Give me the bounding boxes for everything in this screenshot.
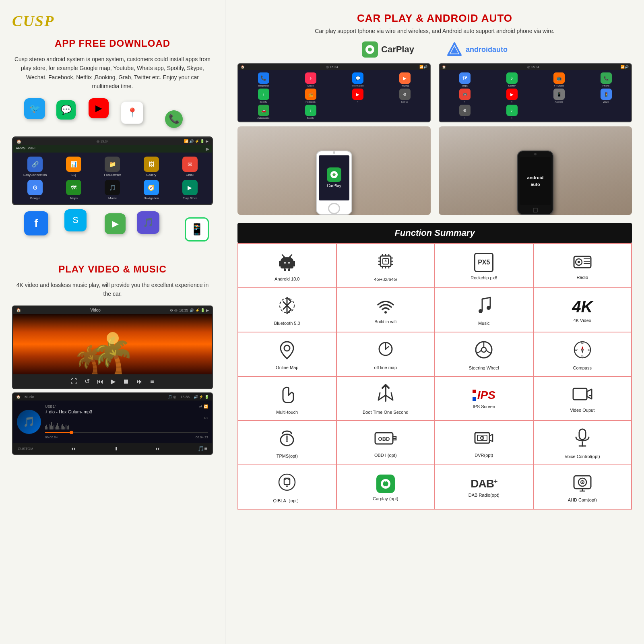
video-section-title: PLAY VIDEO & MUSIC	[12, 264, 213, 275]
svg-rect-52	[573, 388, 587, 400]
func-ahd-label: AHD Cam(opt)	[568, 497, 597, 502]
apps-tab[interactable]: APPS	[16, 146, 25, 152]
func-ahd: AHD Cam(opt)	[533, 465, 632, 509]
skype-icon: S	[64, 209, 87, 231]
app-navigation[interactable]: 🧭 Navigation	[134, 180, 169, 200]
video-ctrl-list[interactable]: ≡	[150, 378, 154, 385]
func-onlinemap-label: Online Map	[276, 365, 298, 370]
app-playstore[interactable]: ▶ Play Store	[172, 180, 208, 200]
wifi-tab[interactable]: WIFI	[28, 146, 35, 152]
cp-app-2: ♪ Music	[288, 72, 333, 87]
video-ctrl-reload[interactable]: ↺	[85, 378, 90, 385]
video-content: 🌴 🌴	[13, 314, 212, 374]
func-4k: 4K 4K Video	[533, 288, 632, 332]
app-music[interactable]: 🎵 Music	[95, 180, 130, 200]
video-ctrl-expand[interactable]: ⛶	[71, 378, 77, 385]
func-compass-label: Compass	[573, 365, 592, 370]
svg-text:N: N	[581, 341, 584, 345]
time-start: 00:00:04	[45, 436, 58, 439]
func-carplay: Carplay (opt)	[336, 465, 435, 509]
function-summary: Function Summary	[237, 223, 632, 510]
carplay-icon	[362, 41, 378, 58]
cp-app-3: 💬 Information	[335, 72, 380, 87]
aa-app-4: 📞 Phone	[583, 72, 629, 87]
func-offlinemap: off line map	[336, 332, 435, 376]
app-maps[interactable]: 🗺 Maps	[56, 180, 91, 200]
cp-app-9: 🚗 Automobile	[241, 105, 286, 119]
white-iphone: CarPlay	[316, 151, 352, 215]
twitter-icon: 🐦	[24, 98, 45, 119]
func-px5-label: Rockchip px6	[471, 275, 497, 280]
cp-app-6: 📻 Podcasts	[288, 89, 333, 103]
aa-app-2: ♪ Spotify	[489, 72, 535, 87]
app-easy-connection[interactable]: 🔗 EasyConnection	[17, 157, 53, 177]
func-music-label: Music	[478, 321, 490, 326]
music-progress-bar[interactable]	[45, 432, 208, 433]
app-gallery[interactable]: 🖼 Gallery	[134, 157, 169, 177]
svg-point-66	[279, 474, 295, 490]
dab-icon: DAB+	[471, 478, 497, 489]
ips-icon: IPS	[473, 390, 495, 401]
func-video-label: Video Ouput	[570, 408, 594, 413]
logos-row: CarPlay androidauto	[237, 41, 632, 58]
app-filebrowser[interactable]: 📁 FileBrowser	[95, 157, 130, 177]
svg-rect-7	[293, 261, 295, 266]
track-num: 1/1	[45, 416, 208, 420]
right-desc: Car play support Iphone via wire and wir…	[237, 28, 632, 34]
func-carplay-label: Carplay (opt)	[373, 496, 398, 501]
androidauto-logo: androidauto	[446, 41, 508, 58]
video-ctrl-stop[interactable]: ⏹	[123, 378, 129, 385]
music-ctrl-prev[interactable]: ⏮	[70, 446, 76, 452]
func-voice-label: Voice Control(opt)	[565, 454, 600, 459]
4k-icon: 4K	[572, 299, 592, 315]
brand-logo: CUSP	[12, 12, 213, 30]
cp-app-4: ▶ Playing	[382, 72, 427, 87]
svg-rect-8	[284, 268, 286, 271]
music-label: Music	[25, 395, 165, 399]
cp-app-1: 📞 Telephone	[241, 72, 286, 87]
func-ips-label: IPS Screen	[473, 404, 495, 409]
music-controls-bar[interactable]: CUSTOM ⏮ ⏸ ⏭ 🎵≡	[13, 443, 212, 454]
func-qibla: QIBLA（opt）	[238, 465, 336, 509]
app-gmail[interactable]: ✉ Gmail	[172, 157, 208, 177]
video-time: 16:35	[179, 308, 188, 312]
func-steering: Steering Wheel	[435, 332, 533, 376]
func-video: Video Ouput	[533, 376, 632, 421]
androidauto-label: androidauto	[466, 45, 508, 54]
svg-point-51	[582, 349, 583, 351]
palm2-icon: 🌴	[73, 346, 108, 374]
func-summary-title: Function Summary	[237, 223, 632, 243]
offlinemap-icon	[377, 340, 394, 362]
android-icon	[277, 252, 297, 273]
video-ctrl-play[interactable]: ▶	[111, 378, 116, 385]
func-steering-label: Steering Wheel	[469, 365, 499, 370]
music-ctrl-list[interactable]: 🎵≡	[198, 446, 207, 452]
func-boot: Boot Time One Second	[336, 376, 435, 421]
video-controls[interactable]: ⛶ ↺ ⏮ ▶ ⏹ ⏭ ≡	[13, 374, 212, 388]
func-touch: Multi-touch	[238, 376, 336, 421]
func-bt-label: Bluetooth 5.0	[274, 321, 300, 326]
func-cpu-label: 4G+32/64G	[374, 277, 397, 282]
music-ctrl-play[interactable]: ⏸	[113, 446, 118, 452]
aa-app-9: ⚙ ×	[442, 105, 487, 119]
cp-app-8: ⚙ Set up	[382, 89, 427, 103]
cp-app-5: ♪ Spotify	[241, 89, 286, 103]
aa-app-5: 🎮 ×	[442, 89, 487, 103]
screen-arrow[interactable]: ▶	[206, 146, 209, 152]
apps-screen-time: ◎ 15:34	[97, 140, 108, 143]
video-ctrl-next[interactable]: ⏭	[136, 378, 143, 385]
album-art: 🎵	[17, 410, 41, 434]
music-ctrl-next[interactable]: ⏭	[155, 446, 161, 452]
app-eq[interactable]: 📊 EQ	[56, 157, 91, 177]
ahd-icon	[572, 473, 592, 494]
apps-screen: 🏠 ◎ 15:34 📶 🔊 ⚡ 🔋 ▶ APPS WIFI ▶ 🔗 EasyCo…	[12, 136, 213, 205]
svg-point-42	[481, 347, 486, 352]
androidauto-icon	[446, 41, 462, 58]
app-google[interactable]: G Google	[17, 180, 53, 200]
func-android-label: Android 10.0	[275, 277, 299, 281]
func-cpu: 8 core	[336, 244, 435, 288]
music-source: USB1/	[45, 405, 56, 409]
video-ctrl-prev[interactable]: ⏮	[97, 378, 103, 385]
time-end: 00:04:23	[196, 436, 208, 439]
func-grid: Android 10.0 8 core	[237, 243, 632, 510]
